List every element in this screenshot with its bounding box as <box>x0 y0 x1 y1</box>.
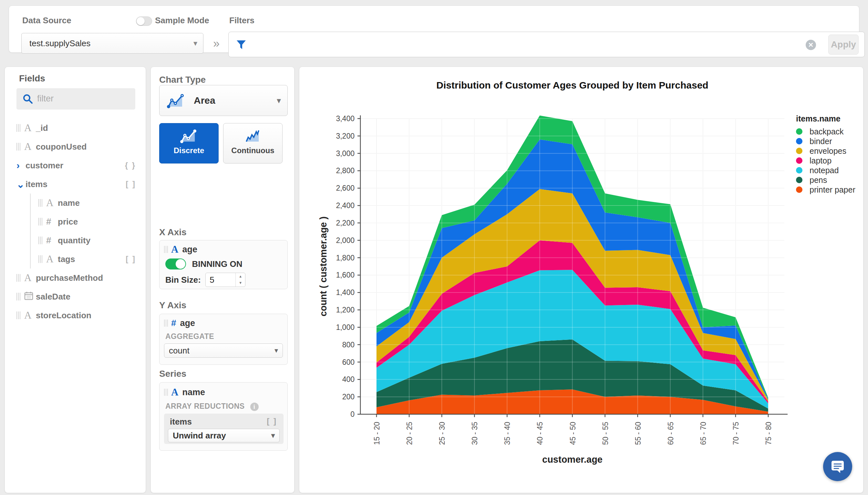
svg-text:400: 400 <box>342 375 355 383</box>
stacked-area-chart: 02004006008001,0001,2001,4001,6001,8002,… <box>299 67 863 493</box>
chat-launcher-button[interactable] <box>823 452 852 481</box>
number-type-icon: # <box>46 217 58 227</box>
field-item-_id[interactable]: A_id <box>5 119 146 137</box>
drag-handle-icon[interactable] <box>38 255 43 263</box>
string-type-icon: A <box>171 387 178 398</box>
field-item-couponUsed[interactable]: AcouponUsed <box>5 137 146 156</box>
discrete-button[interactable]: Discrete <box>159 123 219 164</box>
toggle-knob <box>176 259 185 269</box>
svg-text:65 - 70: 65 - 70 <box>699 422 708 445</box>
field-name: purchaseMethod <box>36 273 103 283</box>
field-item-purchaseMethod[interactable]: ApurchaseMethod <box>5 269 146 287</box>
drag-handle-icon[interactable] <box>164 389 168 396</box>
chart-type-select[interactable]: Area ▾ <box>159 85 288 116</box>
chart-legend: items.name backpackbinderenvelopeslaptop… <box>796 114 855 194</box>
array-reductions-label: ARRAY REDUCTIONS i <box>165 402 287 411</box>
chat-bubble-icon <box>831 460 845 473</box>
legend-swatch <box>796 128 802 135</box>
svg-text:2,600: 2,600 <box>336 184 355 192</box>
field-item-price[interactable]: #price <box>5 212 146 231</box>
y-axis-card: # age AGGREGATE count ▾ <box>159 314 288 365</box>
svg-text:2,000: 2,000 <box>336 236 355 244</box>
bin-size-label: Bin Size: <box>165 275 201 285</box>
drag-handle-icon[interactable] <box>38 199 43 207</box>
data-source-select[interactable]: test.supplySales ▾ <box>21 33 203 54</box>
svg-text:20 - 25: 20 - 25 <box>405 422 414 445</box>
field-name: name <box>58 198 80 208</box>
drag-handle-icon[interactable] <box>16 124 21 132</box>
apply-button[interactable]: Apply <box>828 35 858 55</box>
number-type-icon: # <box>46 235 58 245</box>
drag-handle-icon[interactable] <box>16 293 21 301</box>
string-type-icon: A <box>46 253 58 265</box>
clear-filter-icon[interactable]: ✕ <box>806 40 816 50</box>
chevron-down-icon: ▾ <box>271 429 275 442</box>
drag-handle-icon[interactable] <box>16 311 21 319</box>
drag-handle-icon[interactable] <box>38 237 43 244</box>
data-source-value: test.supplySales <box>29 38 90 48</box>
continuous-button-label: Continuous <box>224 146 282 155</box>
field-item-tags[interactable]: Atags[ ] <box>5 250 146 269</box>
stepper-icon[interactable]: ▲▼ <box>235 273 245 287</box>
data-source-label: Data Source <box>22 16 71 25</box>
legend-label: binder <box>810 137 832 146</box>
chevron-down-icon: ▾ <box>193 33 197 53</box>
field-search-input[interactable]: filter <box>16 88 135 109</box>
continuous-button[interactable]: Continuous <box>223 123 283 164</box>
toggle-knob <box>137 17 145 25</box>
field-item-customer[interactable]: ›customer{ } <box>5 156 146 175</box>
drag-handle-icon[interactable] <box>38 218 43 225</box>
reduction-field-name: items <box>170 417 192 427</box>
aggregate-select[interactable]: count ▾ <box>164 343 283 358</box>
svg-text:1,800: 1,800 <box>336 254 355 262</box>
sample-mode-toggle[interactable] <box>136 16 152 26</box>
chevron-right-icon[interactable]: › <box>16 160 25 171</box>
svg-text:600: 600 <box>342 358 355 366</box>
y-axis-field[interactable]: # age <box>160 314 287 328</box>
fields-panel-title: Fields <box>19 73 45 84</box>
drag-handle-icon[interactable] <box>164 246 168 253</box>
series-field[interactable]: A name <box>160 382 287 398</box>
top-toolbar: Data Source Sample Mode test.supplySales… <box>9 5 859 53</box>
filter-query-input[interactable]: ✕ Apply <box>228 32 865 57</box>
field-item-quantity[interactable]: #quantity <box>5 231 146 250</box>
drag-handle-icon[interactable] <box>164 320 168 327</box>
chevron-down-icon: ▾ <box>274 344 278 357</box>
chevron-down-icon: ▾ <box>277 96 281 106</box>
reduction-select[interactable]: Unwind array ▾ <box>168 429 280 442</box>
string-type-icon: A <box>171 244 178 255</box>
object-badge: { } <box>125 161 136 170</box>
svg-text:2,200: 2,200 <box>336 219 355 227</box>
legend-label: pens <box>810 175 827 185</box>
y-axis-title: count ( customer.age ) <box>318 217 329 316</box>
discrete-area-icon <box>180 128 198 143</box>
svg-text:40 - 45: 40 - 45 <box>536 422 544 445</box>
drag-handle-icon[interactable] <box>16 274 21 282</box>
legend-swatch <box>796 167 802 173</box>
y-axis-field-name: age <box>180 318 195 328</box>
legend-item-printer-paper: printer paper <box>796 185 855 194</box>
field-item-storeLocation[interactable]: AstoreLocation <box>5 306 146 325</box>
bin-size-input[interactable]: 5 ▲▼ <box>206 273 245 287</box>
field-item-name[interactable]: Aname <box>5 193 146 212</box>
string-type-icon: A <box>24 309 36 321</box>
x-axis-field[interactable]: A age <box>160 240 287 255</box>
field-list: A_idAcouponUsed›customer{ }⌄items[ ]Anam… <box>5 119 146 325</box>
reduction-box: items [ ] Unwind array ▾ <box>164 414 284 444</box>
collapse-panel-icon[interactable]: » <box>213 37 219 50</box>
funnel-icon <box>236 39 247 50</box>
binning-toggle[interactable] <box>165 258 186 270</box>
svg-text:2,800: 2,800 <box>336 166 355 175</box>
legend-label: envelopes <box>810 147 846 156</box>
svg-text:60 - 65: 60 - 65 <box>667 422 675 445</box>
drag-handle-icon[interactable] <box>16 143 21 151</box>
chevron-expanded-icon[interactable]: ⌄ <box>16 179 25 190</box>
reduction-value: Unwind array <box>173 431 226 440</box>
svg-text:200: 200 <box>342 393 355 401</box>
field-item-items[interactable]: ⌄items[ ] <box>5 175 146 193</box>
svg-text:3,400: 3,400 <box>336 114 355 123</box>
field-item-saleDate[interactable]: saleDate <box>5 287 146 306</box>
info-icon[interactable]: i <box>250 403 259 411</box>
binning-label: BINNING ON <box>192 259 242 269</box>
field-name: couponUsed <box>36 142 87 152</box>
